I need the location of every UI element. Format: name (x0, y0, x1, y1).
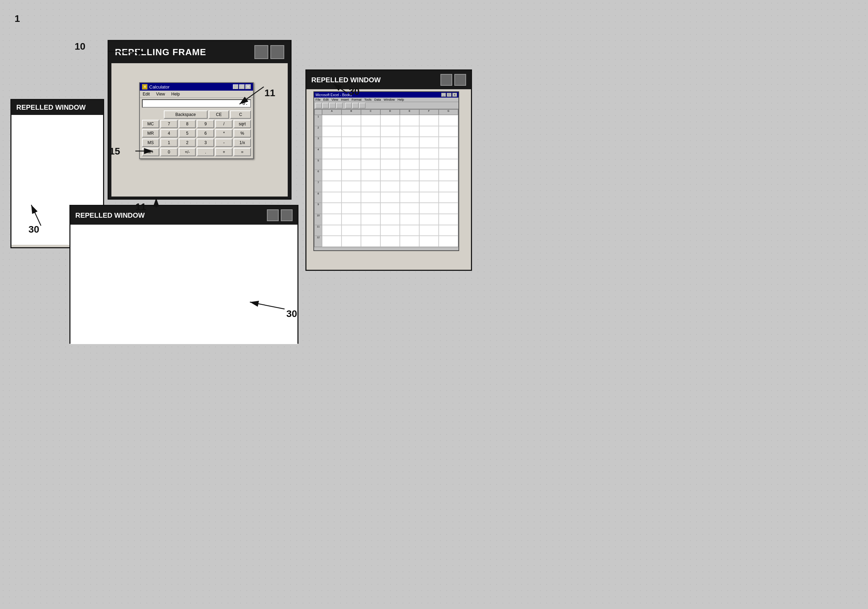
excel-cell-e3[interactable] (400, 137, 419, 148)
excel-cell-c3[interactable] (361, 137, 380, 148)
excel-tb-new[interactable] (315, 103, 322, 108)
excel-menu-tools[interactable]: Tools (364, 98, 371, 101)
excel-cell-f12[interactable] (419, 236, 439, 247)
excel-cell-e5[interactable] (400, 159, 419, 170)
calc-1-btn[interactable]: 1 (160, 138, 178, 147)
excel-cell-a7[interactable] (322, 181, 341, 192)
excel-cell-g9[interactable] (439, 203, 458, 214)
excel-cell-e9[interactable] (400, 203, 419, 214)
excel-cell-a12[interactable] (322, 236, 341, 247)
calc-sub-btn[interactable]: - (215, 138, 232, 147)
calc-minimize-btn[interactable]: _ (233, 84, 239, 89)
excel-cell-d5[interactable] (380, 159, 400, 170)
excel-cell-a5[interactable] (322, 159, 341, 170)
excel-cell-d11[interactable] (380, 225, 400, 236)
excel-tb-paste[interactable] (359, 103, 366, 108)
excel-cell-e11[interactable] (400, 225, 419, 236)
excel-cell-g4[interactable] (439, 148, 458, 159)
excel-cell-g1[interactable] (439, 115, 458, 126)
calc-backspace-btn[interactable]: Backspace (164, 110, 208, 119)
calc-5-btn[interactable]: 5 (179, 129, 196, 137)
excel-cell-a9[interactable] (322, 203, 341, 214)
calc-4-btn[interactable]: 4 (160, 129, 178, 137)
calc-mul-btn[interactable]: * (215, 129, 232, 137)
excel-cell-c2[interactable] (361, 126, 380, 137)
excel-cell-c6[interactable] (361, 170, 380, 181)
excel-cell-b11[interactable] (341, 225, 361, 236)
excel-cell-e10[interactable] (400, 214, 419, 225)
excel-cell-g12[interactable] (439, 236, 458, 247)
excel-cell-a6[interactable] (322, 170, 341, 181)
excel-cell-c9[interactable] (361, 203, 380, 214)
excel-cell-d6[interactable] (380, 170, 400, 181)
excel-cell-b9[interactable] (341, 203, 361, 214)
excel-cell-g11[interactable] (439, 225, 458, 236)
repelled-bottom-max-btn[interactable] (281, 209, 293, 221)
excel-cell-c7[interactable] (361, 181, 380, 192)
excel-cell-f1[interactable] (419, 115, 439, 126)
excel-cell-a2[interactable] (322, 126, 341, 137)
excel-cell-g6[interactable] (439, 170, 458, 181)
calc-eq-btn[interactable]: = (234, 148, 251, 156)
excel-cell-c12[interactable] (361, 236, 380, 247)
excel-cell-b12[interactable] (341, 236, 361, 247)
calc-recip-btn[interactable]: 1/x (234, 138, 251, 147)
excel-menu-view[interactable]: View (332, 98, 338, 101)
excel-tb-cut[interactable] (345, 103, 352, 108)
excel-cell-c5[interactable] (361, 159, 380, 170)
excel-cell-b10[interactable] (341, 214, 361, 225)
excel-cell-b7[interactable] (341, 181, 361, 192)
excel-cell-e8[interactable] (400, 192, 419, 203)
repelling-frame-max-btn[interactable] (270, 45, 284, 59)
excel-cell-a4[interactable] (322, 148, 341, 159)
calc-div-btn[interactable]: / (215, 120, 232, 128)
calc-add-btn[interactable]: + (215, 148, 232, 156)
excel-cell-g10[interactable] (439, 214, 458, 225)
excel-cell-f4[interactable] (419, 148, 439, 159)
excel-cell-g7[interactable] (439, 181, 458, 192)
excel-cell-e6[interactable] (400, 170, 419, 181)
excel-menu-insert[interactable]: Insert (341, 98, 349, 101)
repelled-bottom-min-btn[interactable] (267, 209, 279, 221)
excel-cell-f9[interactable] (419, 203, 439, 214)
excel-cell-f6[interactable] (419, 170, 439, 181)
excel-menu-help[interactable]: Help (397, 98, 404, 101)
excel-cell-a10[interactable] (322, 214, 341, 225)
excel-cell-f8[interactable] (419, 192, 439, 203)
calc-c-btn[interactable]: C (230, 110, 251, 119)
calc-close-btn[interactable]: ✕ (245, 84, 251, 89)
excel-cell-a11[interactable] (322, 225, 341, 236)
excel-menu-format[interactable]: Format (352, 98, 362, 101)
calc-menu-help[interactable]: Help (170, 91, 181, 97)
calc-maximize-btn[interactable]: □ (239, 84, 245, 89)
excel-menu-edit[interactable]: Edit (324, 98, 329, 101)
excel-cell-g5[interactable] (439, 159, 458, 170)
calc-3-btn[interactable]: 3 (197, 138, 214, 147)
excel-cell-c10[interactable] (361, 214, 380, 225)
excel-cell-b1[interactable] (341, 115, 361, 126)
repelling-frame-min-btn[interactable] (254, 45, 268, 59)
calc-9-btn[interactable]: 9 (197, 120, 214, 128)
excel-cell-b4[interactable] (341, 148, 361, 159)
excel-close-btn[interactable]: x (452, 93, 457, 97)
excel-cell-f7[interactable] (419, 181, 439, 192)
excel-cell-e4[interactable] (400, 148, 419, 159)
excel-cell-d3[interactable] (380, 137, 400, 148)
excel-cell-b5[interactable] (341, 159, 361, 170)
excel-cell-d12[interactable] (380, 236, 400, 247)
excel-cell-f3[interactable] (419, 137, 439, 148)
excel-cell-d2[interactable] (380, 126, 400, 137)
excel-menu-window[interactable]: Window (383, 98, 395, 101)
excel-cell-b6[interactable] (341, 170, 361, 181)
excel-cell-b8[interactable] (341, 192, 361, 203)
excel-cell-g2[interactable] (439, 126, 458, 137)
excel-menu-file[interactable]: File (315, 98, 321, 101)
calc-pct-btn[interactable]: % (234, 129, 251, 137)
excel-cell-b3[interactable] (341, 137, 361, 148)
excel-cell-e2[interactable] (400, 126, 419, 137)
calc-6-btn[interactable]: 6 (197, 129, 214, 137)
calc-2-btn[interactable]: 2 (179, 138, 196, 147)
excel-cell-d4[interactable] (380, 148, 400, 159)
calc-8-btn[interactable]: 8 (179, 120, 196, 128)
excel-cell-b2[interactable] (341, 126, 361, 137)
